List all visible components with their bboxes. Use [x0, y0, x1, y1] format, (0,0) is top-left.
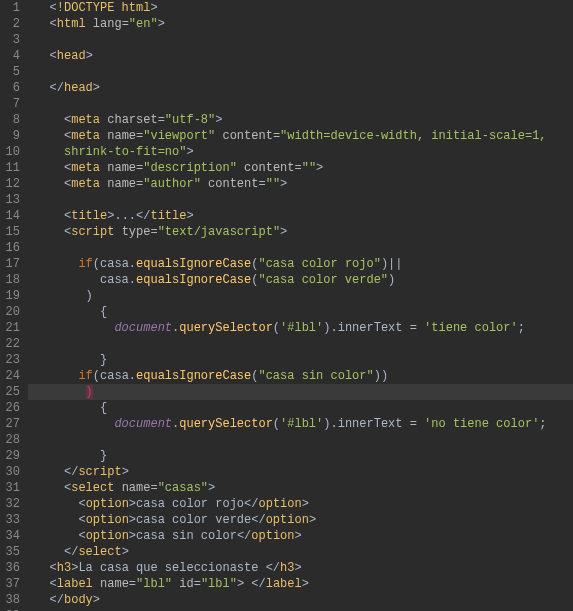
code-area[interactable]: <!DOCTYPE html> <html lang="en"> <head> …	[28, 0, 573, 611]
line-number: 35	[4, 544, 20, 560]
code-line[interactable]: {	[28, 304, 573, 320]
code-line[interactable]: <label name="lbl" id="lbl"> </label>	[28, 576, 573, 592]
line-number: 14	[4, 208, 20, 224]
code-line[interactable]: <meta name="author" content="">	[28, 176, 573, 192]
line-number: 33	[4, 512, 20, 528]
code-line[interactable]	[28, 96, 573, 112]
line-number: 9	[4, 128, 20, 144]
line-number: 38	[4, 592, 20, 608]
line-number: 17	[4, 256, 20, 272]
code-line[interactable]	[28, 192, 573, 208]
code-line[interactable]	[28, 240, 573, 256]
line-number: 27	[4, 416, 20, 432]
line-number: 37	[4, 576, 20, 592]
line-number-gutter: 1234567891011121314151617181920212223242…	[0, 0, 28, 611]
line-number: 32	[4, 496, 20, 512]
line-number: 22	[4, 336, 20, 352]
code-line[interactable]: <option>casa sin color</option>	[28, 528, 573, 544]
code-line[interactable]: <!DOCTYPE html>	[28, 0, 573, 16]
code-line[interactable]: }	[28, 448, 573, 464]
code-line[interactable]: </body>	[28, 592, 573, 608]
code-line[interactable]: )	[28, 288, 573, 304]
code-line[interactable]: <meta name="viewport" content="width=dev…	[28, 128, 573, 144]
line-number: 29	[4, 448, 20, 464]
code-line[interactable]: <head>	[28, 48, 573, 64]
line-number: 24	[4, 368, 20, 384]
code-line[interactable]: <option>casa color verde</option>	[28, 512, 573, 528]
line-number: 19	[4, 288, 20, 304]
code-line[interactable]: <meta charset="utf-8">	[28, 112, 573, 128]
code-editor[interactable]: 1234567891011121314151617181920212223242…	[0, 0, 573, 611]
code-line[interactable]: <meta name="description" content="">	[28, 160, 573, 176]
code-line[interactable]: <h3>La casa que seleccionaste </h3>	[28, 560, 573, 576]
line-number: 28	[4, 432, 20, 448]
code-line[interactable]: </head>	[28, 80, 573, 96]
line-number: 7	[4, 96, 20, 112]
line-number: 21	[4, 320, 20, 336]
code-line[interactable]: if(casa.equalsIgnoreCase("casa sin color…	[28, 368, 573, 384]
code-line[interactable]: document.querySelector('#lbl').innerText…	[28, 416, 573, 432]
line-number: 23	[4, 352, 20, 368]
code-line[interactable]: <title>...</title>	[28, 208, 573, 224]
code-line[interactable]: <script type="text/javascript">	[28, 224, 573, 240]
line-number: 11	[4, 160, 20, 176]
line-number: 8	[4, 112, 20, 128]
code-line[interactable]: </select>	[28, 544, 573, 560]
line-number: 16	[4, 240, 20, 256]
line-number: 34	[4, 528, 20, 544]
line-number: 18	[4, 272, 20, 288]
code-line[interactable]	[28, 336, 573, 352]
line-number: 4	[4, 48, 20, 64]
code-line[interactable]: if(casa.equalsIgnoreCase("casa color roj…	[28, 256, 573, 272]
line-number: 20	[4, 304, 20, 320]
line-number: 30	[4, 464, 20, 480]
code-line[interactable]: <option>casa color rojo</option>	[28, 496, 573, 512]
code-line[interactable]: )	[28, 384, 573, 400]
line-number: 26	[4, 400, 20, 416]
line-number: 31	[4, 480, 20, 496]
code-line[interactable]: document.querySelector('#lbl').innerText…	[28, 320, 573, 336]
code-line[interactable]: shrink-to-fit=no">	[28, 144, 573, 160]
code-line[interactable]: }	[28, 352, 573, 368]
code-line[interactable]	[28, 432, 573, 448]
line-number: 15	[4, 224, 20, 240]
code-line[interactable]: <select name="casas">	[28, 480, 573, 496]
code-line[interactable]: {	[28, 400, 573, 416]
line-number: 36	[4, 560, 20, 576]
line-number: 6	[4, 80, 20, 96]
line-number: 2	[4, 16, 20, 32]
line-number: 3	[4, 32, 20, 48]
line-number: 10	[4, 144, 20, 160]
code-line[interactable]	[28, 32, 573, 48]
line-number: 25	[4, 384, 20, 400]
code-line[interactable]: casa.equalsIgnoreCase("casa color verde"…	[28, 272, 573, 288]
code-line[interactable]: </script>	[28, 464, 573, 480]
line-number: 12	[4, 176, 20, 192]
code-line[interactable]	[28, 64, 573, 80]
line-number: 1	[4, 0, 20, 16]
line-number: 13	[4, 192, 20, 208]
code-line[interactable]: <html lang="en">	[28, 16, 573, 32]
line-number: 5	[4, 64, 20, 80]
